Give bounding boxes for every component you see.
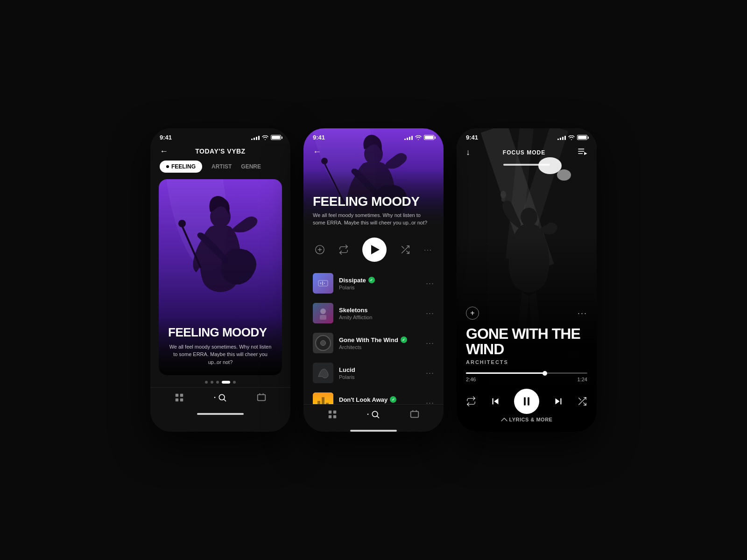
track-thumb-skeletons [313,303,333,323]
phone-3: 9:41 ↓ FOCUS [457,128,597,432]
dot-3[interactable] [216,381,219,384]
playlist-desc: We all feel moody sometimes. Why not lis… [313,212,434,226]
dot-4-active[interactable] [222,381,230,384]
home-indicator-3 [503,164,550,166]
repeat-button-3[interactable] [466,396,476,406]
feeling-dot [166,165,169,168]
lyrics-button[interactable]: LYRICS & MORE [466,414,587,422]
play-button-2[interactable] [362,238,387,262]
tab-artist[interactable]: ARTIST [211,163,232,170]
nav-library[interactable] [256,392,267,403]
track-thumb-dont [313,392,333,404]
download-button[interactable]: ↓ [466,147,470,157]
verified-badge-dont: ✓ [390,396,396,403]
track-name-skeletons: Skeletons [339,307,420,314]
nav-library-2[interactable] [409,409,420,420]
svg-rect-21 [320,315,326,320]
add-button-2[interactable] [315,245,325,255]
svg-rect-4 [176,394,178,397]
track-name-dissipate: Dissipate ✓ [339,277,420,284]
track-list: Dissipate ✓ Polaris ··· [303,268,444,404]
progress-fill [466,372,545,374]
track-info-lucid: Lucid Polaris [339,366,420,380]
battery-icon-2 [424,135,434,140]
wifi-icon-2 [415,135,422,140]
bottom-nav-1: • [150,387,290,410]
svg-point-3 [178,220,186,227]
tab-genre[interactable]: GENRE [241,163,261,170]
track-more-skeletons[interactable]: ··· [426,308,434,318]
shuffle-button-3[interactable] [577,396,587,406]
progress-area[interactable]: 2:46 1:24 [466,372,587,382]
next-button[interactable] [552,395,564,407]
track-more-lucid[interactable]: ··· [426,368,434,378]
track-name-lucid: Lucid [339,366,420,373]
svg-point-20 [320,308,326,314]
progress-thumb [543,371,547,376]
dot-2[interactable] [211,381,213,384]
pause-bar-left [524,397,526,406]
svg-rect-10 [257,395,265,401]
repeat-button-2[interactable] [338,245,349,255]
track-artist-lucid: Polaris [339,374,420,380]
svg-rect-29 [329,415,331,418]
add-to-library-button[interactable]: + [466,307,479,320]
song-title: GONE WITH THE WIND [466,326,587,357]
track-info-dissipate: Dissipate ✓ Polaris [339,277,420,290]
battery-icon-3 [577,135,587,140]
progress-track[interactable] [466,372,587,374]
track-info-gone: Gone With The Wind ✓ Architects [339,336,420,350]
tab-feeling-label: FEELING [171,163,196,170]
track-item-dissipate[interactable]: Dissipate ✓ Polaris ··· [303,268,444,298]
signal-icon-3 [557,135,566,140]
pause-button[interactable] [514,389,539,414]
nav-home-2[interactable] [327,409,338,420]
shuffle-button-2[interactable] [400,245,410,255]
more-button-3[interactable]: ··· [578,308,587,318]
screen2-hero: 9:41 ← [303,128,444,231]
track-item-lucid[interactable]: Lucid Polaris ··· [303,358,444,388]
svg-rect-27 [329,411,331,413]
vybz-card[interactable]: FEELING MOODY We all feel moody sometime… [159,179,282,375]
svg-rect-5 [180,394,183,397]
dot-5[interactable] [233,381,236,384]
dot-1[interactable] [205,381,208,384]
track-more-dont[interactable]: ··· [426,398,434,405]
svg-rect-33 [410,412,418,418]
phone-2: 9:41 ← [303,128,444,432]
focus-mode-title: FOCUS MODE [503,149,545,156]
prev-button[interactable] [489,395,501,407]
nav-home[interactable] [174,392,184,403]
track-item-dont[interactable]: Don't Look Away ✓ The Amity Affliction ·… [303,388,444,404]
svg-rect-7 [180,399,183,401]
time-elapsed: 2:46 [466,377,476,382]
home-icon-2 [327,409,338,420]
tab-feeling[interactable]: FEELING [160,161,202,173]
home-indicator-2 [350,430,397,432]
track-item-gone[interactable]: Gone With The Wind ✓ Architects ··· [303,328,444,358]
track-item-skeletons[interactable]: Skeletons Amity Affliction ··· [303,298,444,328]
track-more-dissipate[interactable]: ··· [426,279,434,288]
screen1-header: ← TODAY'S VYBZ [150,144,290,161]
status-icons-2 [404,135,434,140]
dots-indicator [150,375,290,387]
queue-button[interactable] [578,148,587,157]
nav-search-2[interactable]: • [367,410,380,419]
library-icon-2 [409,409,420,420]
screen1: 9:41 ← TODAY' [150,128,290,432]
back-button-1[interactable]: ← [160,147,168,156]
track-thumb-gone [313,333,333,353]
more-button-2[interactable]: ··· [424,246,432,253]
track-artist-skeletons: Amity Affliction [339,315,420,320]
back-button-2[interactable]: ← [313,147,321,157]
status-bar-1: 9:41 [150,128,290,144]
track-thumb-dissipate [313,273,333,294]
svg-point-42 [500,191,506,198]
nav-search[interactable]: • [214,393,226,402]
status-bar-2: 9:41 [303,128,444,144]
track-more-gone[interactable]: ··· [426,338,434,348]
screen3-nav: ↓ FOCUS MODE [457,144,597,161]
track-name-gone: Gone With The Wind ✓ [339,336,420,343]
track-info-dont: Don't Look Away ✓ The Amity Affliction [339,396,420,405]
screen2: 9:41 ← [303,128,444,432]
